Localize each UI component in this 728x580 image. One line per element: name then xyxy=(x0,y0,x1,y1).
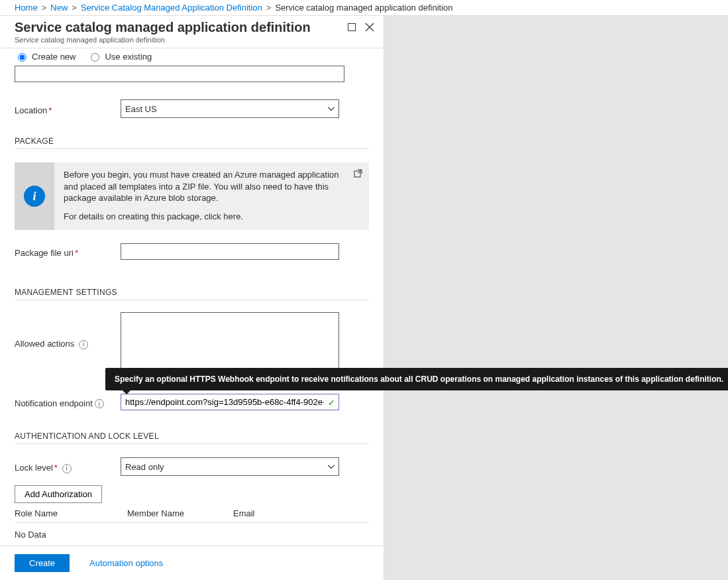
notification-endpoint-input[interactable] xyxy=(121,394,339,410)
radio-use-existing[interactable]: Use existing xyxy=(87,51,152,62)
lock-level-select[interactable]: Read only xyxy=(121,457,339,476)
radio-use-existing-input[interactable] xyxy=(91,53,99,62)
allowed-actions-input[interactable] xyxy=(121,312,339,372)
blade-footer: Create Automation options xyxy=(0,546,384,580)
add-authorization-button[interactable]: Add Authorization xyxy=(15,485,102,503)
breadcrumb-service-catalog[interactable]: Service Catalog Managed Application Defi… xyxy=(81,3,262,13)
info-icon[interactable]: i xyxy=(95,399,104,408)
empty-pane xyxy=(384,16,728,580)
info-text-2: For details on creating this package, cl… xyxy=(64,211,349,223)
chevron-right-icon: > xyxy=(72,3,77,13)
section-auth: AUTHENTICATION AND LOCK LEVEL xyxy=(15,432,369,441)
create-button[interactable]: Create xyxy=(15,554,70,572)
chevron-down-icon xyxy=(328,105,335,113)
blade-header: Service catalog managed application defi… xyxy=(0,16,384,48)
column-member-name: Member Name xyxy=(127,508,233,518)
radio-use-existing-label: Use existing xyxy=(105,52,152,62)
info-callout: i Before you begin, you must have create… xyxy=(15,162,369,230)
chevron-down-icon xyxy=(328,463,335,471)
lock-level-value: Read only xyxy=(125,462,164,472)
notification-endpoint-label: Notification endpointi xyxy=(15,396,121,409)
resource-group-input[interactable] xyxy=(15,66,344,82)
external-link-icon[interactable] xyxy=(354,169,362,181)
package-uri-input[interactable] xyxy=(121,243,339,260)
no-data-row: No Data xyxy=(15,523,369,546)
notification-tooltip: Specify an optional HTTPS Webhook endpoi… xyxy=(105,368,728,390)
breadcrumb-new[interactable]: New xyxy=(50,3,68,13)
info-icon[interactable]: i xyxy=(62,464,72,473)
column-email: Email xyxy=(233,508,369,518)
radio-create-new-label: Create new xyxy=(32,52,76,62)
page-subtitle: Service catalog managed application defi… xyxy=(15,36,369,44)
chevron-right-icon: > xyxy=(42,3,47,13)
section-package: PACKAGE xyxy=(15,137,369,146)
page-title: Service catalog managed application defi… xyxy=(15,20,369,35)
check-icon: ✓ xyxy=(328,397,335,407)
maximize-icon[interactable] xyxy=(348,23,356,34)
chevron-right-icon: > xyxy=(266,3,272,13)
location-value: East US xyxy=(125,104,157,114)
info-icon[interactable]: i xyxy=(79,340,88,349)
info-text-1: Before you begin, you must have created … xyxy=(64,169,349,204)
info-icon: i xyxy=(24,186,45,207)
authorization-table: Role Name Member Name Email No Data xyxy=(15,508,369,546)
allowed-actions-label: Allowed actions i xyxy=(15,312,121,349)
breadcrumb-home[interactable]: Home xyxy=(15,3,38,13)
location-label: Location* xyxy=(15,103,121,115)
blade-panel: Service catalog managed application defi… xyxy=(0,16,384,580)
lock-level-label: Lock level* i xyxy=(15,460,121,473)
breadcrumb: Home > New > Service Catalog Managed App… xyxy=(0,0,728,16)
breadcrumb-current: Service catalog managed application defi… xyxy=(275,3,452,13)
close-icon[interactable] xyxy=(365,23,374,34)
package-uri-label: Package file uri* xyxy=(15,245,121,258)
automation-options-link[interactable]: Automation options xyxy=(89,558,163,568)
blade-body[interactable]: Create new Use existing Location* East U… xyxy=(0,48,384,546)
location-select[interactable]: East US xyxy=(121,99,339,118)
svg-line-3 xyxy=(358,170,362,174)
radio-create-new-input[interactable] xyxy=(18,53,26,62)
column-role-name: Role Name xyxy=(15,508,127,518)
radio-create-new[interactable]: Create new xyxy=(15,51,76,62)
section-management: MANAGEMENT SETTINGS xyxy=(15,288,369,297)
